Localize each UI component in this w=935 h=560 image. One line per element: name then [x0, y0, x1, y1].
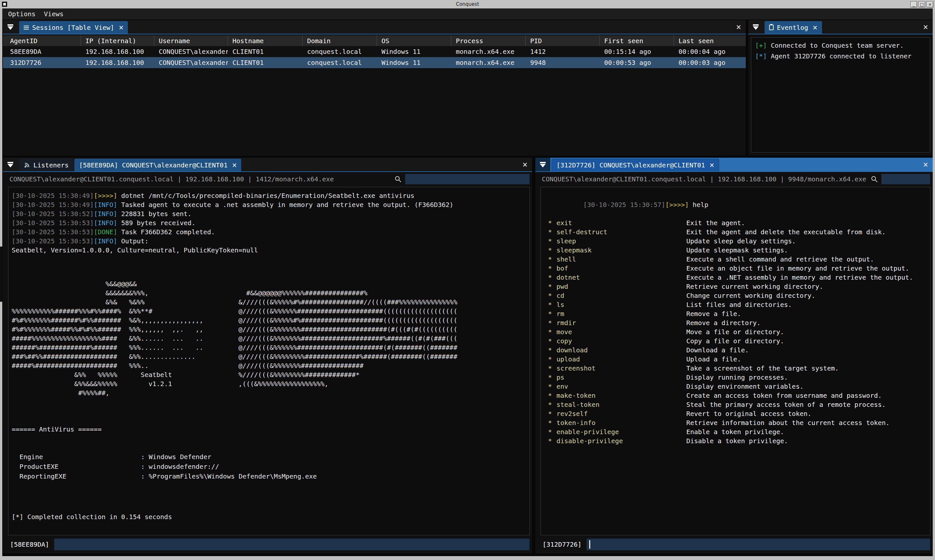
table-row[interactable]: 58EE89DA192.168.168.100CONQUEST\alexande…	[3, 46, 746, 57]
cell: 192.168.168.100	[81, 59, 154, 66]
table-row[interactable]: 312D7726192.168.168.100CONQUEST\alexande…	[3, 57, 746, 68]
command-description: Display environment variables.	[686, 382, 804, 391]
command-description: Download a file.	[686, 346, 749, 355]
help-command-row: *uploadUpload a file.	[544, 355, 927, 364]
prompt-echo-line: [30-10-2025 15:30:57][>>>>] help	[544, 191, 927, 218]
column-header-process[interactable]: Process	[451, 35, 525, 46]
close-tab-icon[interactable]: ×	[710, 161, 714, 169]
help-command-row: *moveMove a file or directory.	[544, 328, 927, 337]
right-console-panel-close-icon[interactable]: ×	[918, 160, 933, 169]
menu-views[interactable]: Views	[44, 10, 63, 18]
tab-eventlog[interactable]: Eventlog ×	[764, 21, 822, 34]
sessions-panel-close-icon[interactable]: ×	[732, 22, 746, 32]
tab-sessions-table-view[interactable]: Sessions [Table View] ×	[19, 21, 128, 34]
command-name: upload	[556, 355, 686, 364]
log-timestamp: [30-10-2025 15:30:49]	[12, 192, 94, 200]
column-header-agentid[interactable]: AgentID	[3, 35, 81, 46]
column-header-ip-internal-[interactable]: IP (Internal)	[81, 35, 154, 46]
cell: 192.168.168.100	[81, 48, 154, 55]
close-tab-icon[interactable]: ×	[119, 24, 123, 31]
column-header-last-seen[interactable]: Last seen	[674, 35, 746, 46]
agent-console-312D7726: [312D7726] CONQUEST\alexander@CLIENT01 ×…	[535, 158, 933, 554]
log-line: [30-10-2025 15:30:52][INFO] 228831 bytes…	[12, 209, 526, 218]
cell: monarch.x64.exe	[451, 59, 525, 66]
log-tag: [INFO]	[94, 210, 117, 218]
bullet-icon: *	[548, 346, 556, 355]
cell: CLIENT01	[228, 59, 303, 66]
search-input[interactable]	[881, 174, 930, 184]
command-name: screenshot	[556, 364, 686, 373]
sessions-panel-header: Sessions [Table View] × ×	[3, 20, 746, 34]
chevron-down-icon	[8, 162, 13, 168]
command-input[interactable]	[587, 538, 930, 550]
window-menu-icon-inner	[3, 3, 6, 6]
log-text: Connected to Conquest team server.	[767, 42, 904, 49]
column-header-domain[interactable]: Domain	[303, 35, 377, 46]
tab-label: Sessions [Table View]	[32, 24, 114, 31]
command-name: make-token	[556, 391, 686, 400]
close-tab-icon[interactable]: ×	[813, 24, 817, 31]
command-description: Upload a file.	[686, 355, 741, 364]
bullet-icon: *	[548, 436, 556, 445]
command-name: rm	[556, 309, 686, 318]
minimize-button[interactable]: _	[910, 1, 917, 8]
cell: 00:15:14 ago	[600, 48, 674, 55]
help-command-row: *make-tokenCreate an access token from u…	[544, 391, 927, 400]
help-command-row: *psDisplay running processes.	[544, 373, 927, 382]
bullet-icon: *	[548, 318, 556, 328]
column-header-hostname[interactable]: Hostname	[228, 35, 303, 46]
log-badge: [*]	[755, 52, 767, 60]
command-description: Steal the primary access token of a remo…	[686, 400, 886, 409]
workspace: Options Views Sessions [Table View] × × …	[2, 8, 933, 556]
tab-session-312D7726[interactable]: [312D7726] CONQUEST\alexander@CLIENT01 ×	[551, 158, 719, 171]
cell: 00:00:04 ago	[674, 48, 746, 55]
right-console-collapse-button[interactable]	[535, 158, 550, 171]
search-input[interactable]	[405, 174, 530, 184]
bullet-icon: *	[548, 409, 556, 418]
menu-options[interactable]: Options	[8, 10, 35, 18]
av-field-value: : Windows Defender	[141, 452, 211, 462]
command-name: token-info	[556, 418, 686, 427]
eventlog-collapse-button[interactable]	[748, 20, 763, 34]
log-timestamp: [30-10-2025 15:30:53]	[12, 237, 94, 245]
agent-console-58EE89DA: Listeners [58EE89DA] CONQUEST\alexander@…	[3, 158, 532, 554]
column-header-username[interactable]: Username	[154, 35, 228, 46]
completion-message: [*] Completed collection in 0.154 second…	[12, 512, 526, 522]
log-text: 228831 bytes sent.	[117, 210, 191, 218]
column-header-os[interactable]: OS	[377, 35, 451, 46]
close-tab-icon[interactable]: ×	[232, 161, 237, 169]
tab-session-58EE89DA[interactable]: [58EE89DA] CONQUEST\alexander@CLIENT01 ×	[74, 158, 241, 171]
tab-label: [312D7726] CONQUEST\alexander@CLIENT01	[556, 161, 705, 169]
left-console-collapse-button[interactable]	[3, 158, 18, 171]
window-menu-icon[interactable]	[2, 2, 7, 7]
column-header-first-seen[interactable]: First seen	[600, 35, 674, 46]
command-description: Retrieve current working directory.	[686, 282, 823, 291]
command-description: Enable a token privilege.	[686, 427, 784, 436]
maximize-button[interactable]: □	[918, 1, 925, 8]
log-timestamp: [30-10-2025 15:30:53]	[12, 228, 94, 236]
scrollbar-thumb[interactable]	[0, 246, 2, 302]
menu-bar: Options Views	[2, 8, 933, 20]
command-name: shell	[556, 255, 686, 264]
cell: 58EE89DA	[3, 48, 81, 55]
help-command-row: *dotnetExecute a .NET assembly in memory…	[544, 273, 927, 282]
antenna-icon	[24, 162, 30, 168]
list-icon	[24, 26, 29, 29]
command-input[interactable]	[54, 538, 530, 550]
tab-listeners[interactable]: Listeners	[19, 158, 73, 171]
sessions-table-body: 58EE89DA192.168.168.100CONQUEST\alexande…	[3, 46, 746, 68]
search-icon[interactable]	[394, 175, 402, 183]
bullet-icon: *	[548, 228, 556, 237]
eventlog-panel-close-icon[interactable]: ×	[918, 22, 933, 32]
right-console-output: [30-10-2025 15:30:57][>>>>] help *exitEx…	[541, 187, 930, 535]
sessions-collapse-button[interactable]	[3, 20, 18, 34]
command-description: Execute an object file in memory and ret…	[686, 264, 909, 273]
search-icon[interactable]	[870, 175, 878, 183]
help-command-row: *cdChange current working directory.	[544, 291, 927, 300]
log-text: Agent 312D7726 connected to listener	[767, 52, 912, 60]
left-console-panel-close-icon[interactable]: ×	[518, 160, 532, 169]
close-window-button[interactable]: ×	[927, 1, 933, 8]
column-header-pid[interactable]: PID	[525, 35, 600, 46]
log-tag: [DONE]	[94, 228, 117, 236]
command-name: dotnet	[556, 273, 686, 282]
